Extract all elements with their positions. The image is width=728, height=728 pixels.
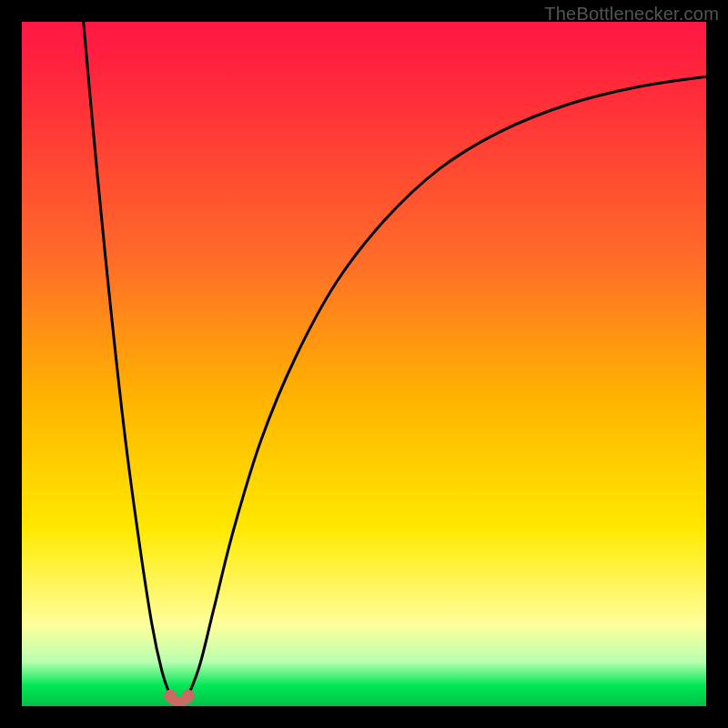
trough-marker-0 [164, 690, 177, 703]
series-group [84, 22, 706, 696]
chart-svg [22, 22, 706, 706]
plot-area [22, 22, 706, 706]
curve-left-branch [84, 22, 171, 696]
trough-marker-1 [182, 690, 195, 703]
watermark-text: TheBottlenecker.com [544, 4, 719, 25]
marker-group [164, 690, 195, 703]
curve-right-branch [188, 76, 706, 696]
outer-frame: TheBottlenecker.com [0, 0, 728, 728]
